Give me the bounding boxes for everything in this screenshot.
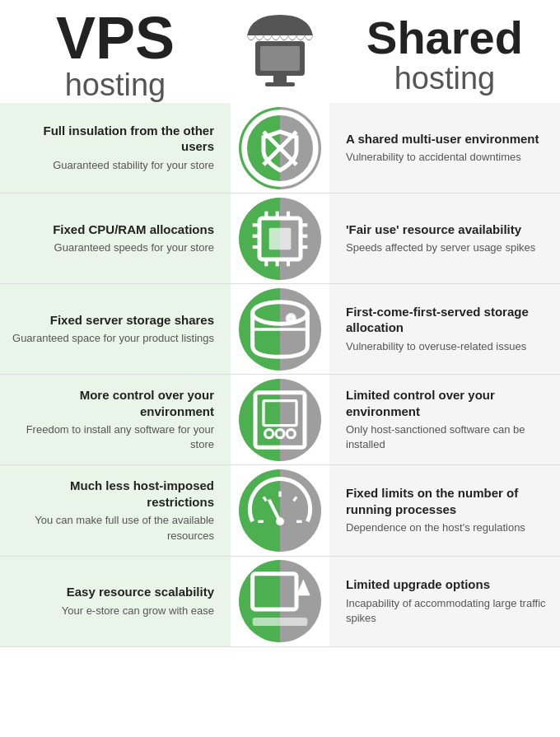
icon-wrap-3 — [239, 379, 321, 461]
svg-rect-8 — [269, 227, 292, 250]
row-left-sub-1: Guaranteed speeds for your store — [54, 240, 214, 255]
svg-rect-26 — [264, 400, 296, 425]
row-center-0 — [231, 103, 329, 193]
row-right-main-0: A shared multi-user environment — [346, 131, 539, 147]
row-right-4: Fixed limits on the number of running pr… — [329, 465, 560, 555]
row-left-main-4: Much less host-imposed restrictions — [8, 478, 214, 510]
svg-rect-3 — [265, 82, 295, 86]
row-left-4: Much less host-imposed restrictions You … — [0, 465, 231, 555]
header: VPS hosting Shared hosti — [0, 0, 560, 103]
svg-point-32 — [278, 519, 283, 525]
vps-header: VPS hosting — [0, 0, 231, 103]
svg-point-28 — [276, 429, 284, 437]
row-right-3: Limited control over your environment On… — [329, 375, 560, 464]
svg-point-22 — [286, 313, 296, 324]
row-left-5: Easy resource scalability Your e-store c… — [0, 557, 231, 646]
row-right-sub-1: Speeds affected by server usage spikes — [346, 240, 535, 255]
row-4: Much less host-imposed restrictions You … — [0, 465, 560, 556]
shared-subtitle: hosting — [394, 61, 496, 96]
svg-rect-1 — [260, 46, 300, 71]
row-left-main-5: Easy resource scalability — [67, 584, 214, 600]
vps-subtitle: hosting — [65, 68, 166, 103]
row-left-sub-5: Your e-store can grow with ease — [62, 604, 214, 618]
svg-line-37 — [294, 497, 296, 501]
svg-line-31 — [269, 500, 280, 522]
svg-rect-39 — [253, 574, 296, 609]
row-2: Fixed server storage shares Guaranteed s… — [0, 284, 560, 375]
svg-point-27 — [265, 429, 273, 437]
row-left-sub-2: Guaranteed space for your product listin… — [12, 331, 214, 346]
svg-point-21 — [253, 301, 308, 324]
row-0: Full insulation from the other users Gua… — [0, 103, 560, 194]
shared-title: Shared — [366, 15, 523, 61]
icon-wrap-2 — [239, 288, 321, 371]
icon-wrap-0 — [239, 107, 321, 189]
row-3: More control over your environment Freed… — [0, 375, 560, 465]
row-right-sub-2: Vulnerability to overuse-related issues — [346, 339, 526, 354]
row-right-2: First-come-first-served storage allocati… — [329, 284, 560, 374]
row-left-1: Fixed CPU/RAM allocations Guaranteed spe… — [0, 194, 231, 283]
row-right-main-5: Limited upgrade options — [346, 576, 490, 593]
row-right-1: 'Fair use' resource availability Speeds … — [329, 194, 560, 283]
store-icon — [239, 7, 321, 97]
row-right-5: Limited upgrade options Incapability of … — [329, 557, 560, 646]
icon-wrap-4 — [239, 469, 321, 552]
row-right-sub-4: Dependence on the host's regulations — [346, 520, 525, 535]
row-left-sub-4: You can make full use of the available r… — [8, 513, 214, 543]
row-right-sub-3: Only host-sanctioned software can be ins… — [346, 422, 552, 452]
row-right-main-4: Fixed limits on the number of running pr… — [346, 485, 552, 517]
row-left-main-2: Fixed server storage shares — [50, 312, 214, 329]
row-right-0: A shared multi-user environment Vulnerab… — [329, 103, 560, 193]
row-left-main-0: Full insulation from the other users — [8, 123, 214, 155]
header-center-icon — [231, 0, 329, 103]
svg-line-36 — [264, 497, 266, 501]
row-left-main-3: More control over your environment — [8, 387, 214, 419]
main-container: VPS hosting Shared hosti — [0, 0, 560, 647]
shared-header: Shared hosting — [329, 0, 560, 103]
vps-title: VPS — [56, 8, 175, 68]
row-center-5 — [231, 557, 329, 646]
row-right-sub-5: Incapability of accommodating large traf… — [346, 596, 552, 626]
row-left-0: Full insulation from the other users Gua… — [0, 103, 231, 193]
svg-rect-38 — [253, 618, 308, 626]
row-center-1 — [231, 194, 329, 283]
row-right-main-3: Limited control over your environment — [346, 387, 552, 419]
rows-container: Full insulation from the other users Gua… — [0, 103, 560, 647]
icon-wrap-5 — [239, 560, 321, 642]
row-center-3 — [231, 375, 329, 464]
svg-point-29 — [287, 429, 295, 437]
row-right-main-2: First-come-first-served storage allocati… — [346, 304, 552, 336]
row-center-4 — [231, 465, 329, 555]
row-left-3: More control over your environment Freed… — [0, 375, 231, 464]
row-left-2: Fixed server storage shares Guaranteed s… — [0, 284, 231, 374]
row-left-main-1: Fixed CPU/RAM allocations — [53, 222, 214, 238]
row-1: Fixed CPU/RAM allocations Guaranteed spe… — [0, 194, 560, 284]
row-5: Easy resource scalability Your e-store c… — [0, 557, 560, 647]
row-left-sub-3: Freedom to install any software for your… — [8, 422, 214, 452]
svg-rect-2 — [273, 76, 287, 82]
row-right-main-1: 'Fair use' resource availability — [346, 222, 521, 238]
row-center-2 — [231, 284, 329, 374]
row-left-sub-0: Guaranteed stability for your store — [53, 158, 214, 173]
row-right-sub-0: Vulnerability to accidental downtimes — [346, 150, 521, 165]
icon-wrap-1 — [239, 198, 321, 280]
